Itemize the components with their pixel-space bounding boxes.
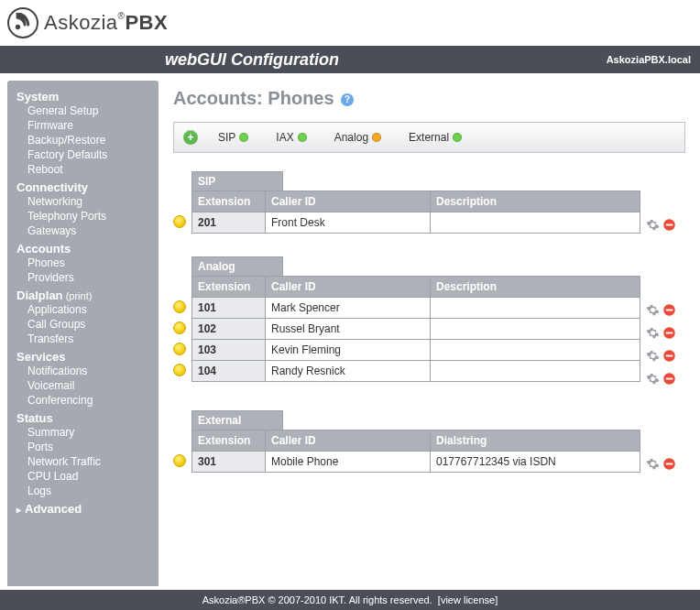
sidebar-group: Services (16, 350, 153, 364)
sidebar-item[interactable]: Ports (16, 440, 153, 454)
table-row: 104Randy Resnick (192, 361, 640, 382)
cell-callerid: Randy Resnick (266, 361, 431, 382)
help-icon[interactable]: ? (341, 93, 354, 106)
sidebar-item[interactable]: Voicemail (16, 378, 153, 393)
gear-icon[interactable] (646, 218, 660, 232)
section-sip: ExtensionCaller IDDescription201Front De… (173, 191, 685, 236)
add-type-external[interactable]: External (409, 131, 462, 144)
sidebar-group: Accounts (16, 242, 153, 256)
sidebar-item[interactable]: Call Groups (16, 317, 153, 332)
sidebar-item[interactable]: Transfers (16, 332, 153, 346)
sidebar-item[interactable]: Networking (16, 194, 153, 209)
table-row: 103Kevin Fleming (192, 340, 640, 361)
add-type-analog[interactable]: Analog (334, 131, 381, 144)
title-strip: webGUI Configuration AskoziaPBX.local (0, 46, 700, 73)
gear-icon[interactable] (646, 349, 660, 363)
sidebar-item[interactable]: Network Traffic (16, 454, 153, 469)
phones-table: ExtensionCaller IDDescription101Mark Spe… (191, 276, 640, 382)
add-type-label: External (409, 131, 449, 144)
delete-icon[interactable] (662, 326, 676, 340)
delete-icon[interactable] (662, 218, 676, 232)
column-header: Description (431, 191, 640, 212)
bulb-icon[interactable] (173, 364, 186, 376)
add-type-label: SIP (218, 131, 235, 144)
gear-icon[interactable] (646, 326, 660, 340)
section-header: Analog (191, 256, 283, 276)
add-phone-button[interactable]: + (183, 130, 198, 145)
column-header: Extension (192, 430, 266, 452)
column-header: Extension (192, 277, 266, 298)
section-analog: ExtensionCaller IDDescription101Mark Spe… (173, 276, 685, 390)
bulb-icon[interactable] (173, 454, 186, 467)
sidebar-item[interactable]: General Setup (16, 103, 153, 118)
hostname: AskoziaPBX.local (607, 54, 691, 65)
add-type-sip[interactable]: SIP (218, 131, 248, 144)
column-header: Caller ID (266, 277, 431, 298)
page-title: Accounts: Phones ? (173, 88, 685, 109)
sidebar-item[interactable]: CPU Load (16, 469, 153, 484)
cell-third (431, 212, 640, 234)
cell-third (431, 340, 640, 361)
sidebar-group: System (16, 90, 153, 103)
status-dot-icon (239, 133, 248, 142)
sidebar-item[interactable]: Notifications (16, 364, 153, 378)
add-type-label: IAX (276, 131, 293, 144)
sidebar-item[interactable]: Applications (16, 302, 153, 317)
strip-title: webGUI Configuration (165, 50, 339, 70)
sidebar-item[interactable]: Gateways (16, 223, 153, 238)
footer-text: Askozia®PBX © 2007-2010 IKT. All rights … (202, 594, 432, 605)
sidebar-group: Connectivity (16, 180, 153, 194)
column-header: Caller ID (266, 430, 431, 452)
gear-icon[interactable] (646, 457, 660, 471)
cell-third: 017767712345 via ISDN (431, 452, 640, 473)
section-external: ExtensionCaller IDDialstring301Mobile Ph… (173, 430, 685, 475)
sidebar-item[interactable]: Backup/Restore (16, 133, 153, 147)
sidebar-item[interactable]: Factory Defaults (16, 147, 153, 162)
add-phone-row: + SIPIAXAnalogExternal (173, 122, 685, 153)
sidebar-item[interactable]: Firmware (16, 118, 153, 133)
svg-rect-1 (666, 224, 673, 226)
sidebar-item[interactable]: Phones (16, 256, 153, 270)
delete-icon[interactable] (662, 372, 676, 386)
logo-bar: Askozia®PBX (0, 0, 700, 46)
bulb-icon[interactable] (173, 300, 186, 313)
phones-table: ExtensionCaller IDDescription201Front De… (191, 191, 640, 234)
delete-icon[interactable] (662, 457, 676, 471)
bulb-icon[interactable] (173, 321, 186, 334)
cell-extension: 101 (192, 298, 266, 319)
view-license-link[interactable]: [view license] (438, 594, 498, 605)
add-type-label: Analog (334, 131, 368, 144)
cell-extension: 103 (192, 340, 266, 361)
table-row: 102Russel Bryant (192, 319, 640, 340)
phones-table: ExtensionCaller IDDialstring301Mobile Ph… (191, 430, 640, 473)
delete-icon[interactable] (662, 303, 676, 317)
sidebar-group: Dialplan (print) (16, 289, 153, 302)
sidebar-advanced[interactable]: Advanced (16, 502, 153, 516)
sidebar-item[interactable]: Providers (16, 270, 153, 285)
svg-rect-11 (666, 463, 673, 465)
main: Accounts: Phones ? + SIPIAXAnalogExterna… (159, 73, 700, 586)
sidebar-item[interactable]: Telephony Ports (16, 209, 153, 223)
sidebar-group-inline[interactable]: (print) (63, 290, 93, 301)
status-dot-icon (298, 133, 307, 142)
cell-third (431, 361, 640, 382)
gear-icon[interactable] (646, 372, 660, 386)
sidebar-item[interactable]: Reboot (16, 162, 153, 177)
sidebar-item[interactable]: Conferencing (16, 393, 153, 408)
bulb-icon[interactable] (173, 215, 186, 228)
sidebar-item[interactable]: Logs (16, 484, 153, 498)
gear-icon[interactable] (646, 303, 660, 317)
bulb-icon[interactable] (173, 343, 186, 355)
table-row: 201Front Desk (192, 212, 640, 234)
cell-extension: 201 (192, 212, 266, 234)
sidebar: SystemGeneral SetupFirmwareBackup/Restor… (7, 81, 159, 586)
cell-callerid: Mark Spencer (266, 298, 431, 319)
section-header: SIP (191, 171, 283, 191)
cell-callerid: Russel Bryant (266, 319, 431, 340)
sidebar-item[interactable]: Summary (16, 425, 153, 440)
column-header: Dialstring (431, 430, 640, 452)
add-type-iax[interactable]: IAX (276, 131, 306, 144)
cell-callerid: Kevin Fleming (266, 340, 431, 361)
delete-icon[interactable] (662, 349, 676, 363)
logo-text: Askozia®PBX (44, 11, 168, 35)
